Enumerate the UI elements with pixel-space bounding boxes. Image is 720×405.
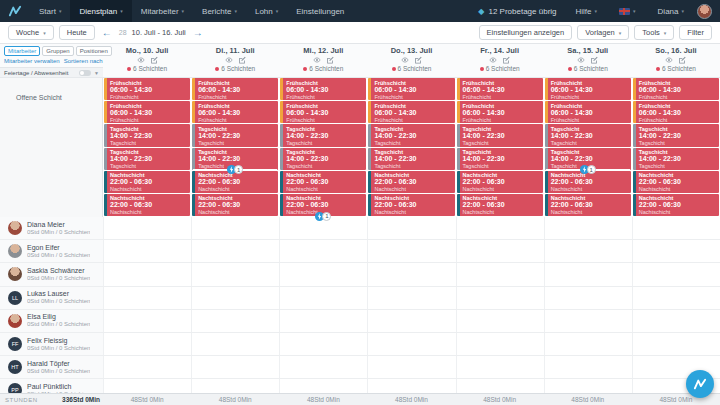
employee-day-cell[interactable] [544, 379, 632, 393]
employee-day-cell[interactable] [191, 379, 279, 393]
shift-card-tag[interactable]: Tagschicht14:00 - 22:30Tagschicht [280, 124, 366, 146]
day-label[interactable]: So., 16. Juli [632, 46, 720, 55]
einstellungen-anzeigen-button[interactable]: Einstellungen anzeigen [479, 25, 573, 40]
shift-card-frueh[interactable]: Frühschicht06:00 - 14:30Frühschicht [545, 101, 631, 123]
shift-card-tag[interactable]: Tagschicht14:00 - 22:30Tagschicht [368, 124, 454, 146]
shift-indicator-count-badge[interactable]: 1 [234, 165, 243, 174]
prev-week-arrow[interactable]: ← [100, 27, 114, 38]
employee-row[interactable]: Elsa Eilig0Std 0Min / 0 Schichten [0, 310, 720, 333]
employee-day-cell[interactable] [279, 240, 367, 262]
employee-day-cell[interactable] [279, 310, 367, 332]
edit-icon[interactable] [502, 56, 510, 64]
employee-day-cell[interactable] [103, 263, 191, 285]
next-week-arrow[interactable]: → [191, 27, 205, 38]
employee-day-cell[interactable] [632, 333, 720, 355]
eye-icon[interactable] [665, 56, 673, 64]
day-label[interactable]: Sa., 15. Juli [544, 46, 632, 55]
employee-day-cell[interactable] [632, 287, 720, 309]
user-avatar[interactable] [697, 4, 712, 19]
employee-day-cell[interactable] [103, 356, 191, 378]
shift-card-nacht[interactable]: Nachtschicht22:00 - 06:30Nachtschicht [104, 171, 190, 193]
employee-day-cell[interactable] [632, 310, 720, 332]
tools-button[interactable]: Tools▾ [634, 25, 674, 40]
shift-card-frueh[interactable]: Frühschicht06:00 - 14:30Frühschicht [192, 78, 278, 100]
shift-card-frueh[interactable]: Frühschicht06:00 - 14:30Frühschicht [457, 78, 543, 100]
shift-card-nacht[interactable]: Nachtschicht22:00 - 06:30Nachtschicht [368, 171, 454, 193]
today-button[interactable]: Heute [59, 25, 95, 40]
eye-icon[interactable] [401, 56, 409, 64]
employee-day-cell[interactable] [191, 356, 279, 378]
shift-card-frueh[interactable]: Frühschicht06:00 - 14:30Frühschicht [368, 78, 454, 100]
employee-day-cell[interactable] [544, 356, 632, 378]
shift-indicator-count-badge[interactable]: 1 [587, 165, 596, 174]
employee-day-cell[interactable] [279, 356, 367, 378]
employee-day-cell[interactable] [456, 356, 544, 378]
day-label[interactable]: Do., 13. Juli [367, 46, 455, 55]
sort-by-link[interactable]: Sortieren nach [64, 58, 103, 64]
user-menu[interactable]: Diana ▾ [649, 0, 693, 22]
holidays-toggle[interactable] [79, 70, 91, 76]
eye-icon[interactable] [225, 56, 233, 64]
edit-icon[interactable] [678, 56, 686, 64]
employee-day-cell[interactable] [367, 287, 455, 309]
shift-card-nacht[interactable]: Nachtschicht22:00 - 06:30Nachtschicht [545, 194, 631, 216]
tab-gruppen[interactable]: Gruppen [42, 46, 73, 56]
nav-item-dienstplan[interactable]: Dienstplan▾ [70, 0, 131, 22]
shift-card-tag[interactable]: Tagschicht14:00 - 22:30Tagschicht [633, 124, 719, 146]
employee-day-cell[interactable] [632, 217, 720, 239]
employee-day-cell[interactable] [103, 310, 191, 332]
nav-item-mitarbeiter[interactable]: Mitarbeiter▾ [132, 0, 193, 22]
shift-card-tag[interactable]: Tagschicht14:00 - 22:30Tagschicht [192, 124, 278, 146]
employee-day-cell[interactable] [544, 263, 632, 285]
employee-day-cell[interactable] [103, 379, 191, 393]
employee-day-cell[interactable] [456, 310, 544, 332]
nav-item-lohn[interactable]: Lohn▾ [246, 0, 287, 22]
employee-day-cell[interactable] [367, 379, 455, 393]
employee-day-cell[interactable] [103, 287, 191, 309]
shift-card-tag[interactable]: Tagschicht14:00 - 22:30Tagschicht [104, 148, 190, 170]
employee-row[interactable]: Saskia Schwänzer0Std 0Min / 0 Schichten [0, 263, 720, 286]
brand-logo[interactable] [0, 5, 30, 17]
shift-card-frueh[interactable]: Frühschicht06:00 - 14:30Frühschicht [368, 101, 454, 123]
edit-icon[interactable] [150, 56, 158, 64]
shift-card-nacht[interactable]: Nachtschicht22:00 - 06:30Nachtschicht [633, 171, 719, 193]
employee-day-cell[interactable] [191, 310, 279, 332]
employee-day-cell[interactable] [544, 310, 632, 332]
language-menu[interactable]: ▾ [610, 0, 645, 22]
employee-day-cell[interactable] [367, 356, 455, 378]
employee-day-cell[interactable] [191, 333, 279, 355]
shift-card-tag[interactable]: Tagschicht14:00 - 22:30Tagschicht [104, 124, 190, 146]
employee-day-cell[interactable] [456, 240, 544, 262]
employee-day-cell[interactable] [544, 240, 632, 262]
employee-row[interactable]: HTHarald Töpfer0Std 0Min / 0 Schichten [0, 356, 720, 379]
edit-icon[interactable] [238, 56, 246, 64]
edit-icon[interactable] [326, 56, 334, 64]
shift-card-frueh[interactable]: Frühschicht06:00 - 14:30Frühschicht [633, 78, 719, 100]
shift-card-nacht[interactable]: Nachtschicht22:00 - 06:30Nachtschicht [368, 194, 454, 216]
help-menu[interactable]: Hilfe ▾ [567, 0, 607, 22]
shift-card-tag[interactable]: Tagschicht14:00 - 22:30Tagschicht [545, 124, 631, 146]
employee-day-cell[interactable] [103, 217, 191, 239]
employee-day-cell[interactable] [544, 217, 632, 239]
eye-icon[interactable] [577, 56, 585, 64]
employee-day-cell[interactable] [456, 379, 544, 393]
day-label[interactable]: Fr., 14. Juli [456, 46, 544, 55]
tab-positionen[interactable]: Positionen [76, 46, 112, 56]
employee-day-cell[interactable] [367, 333, 455, 355]
shift-card-nacht[interactable]: Nachtschicht22:00 - 06:30Nachtschicht [192, 194, 278, 216]
shift-card-frueh[interactable]: Frühschicht06:00 - 14:30Frühschicht [104, 78, 190, 100]
employee-day-cell[interactable] [279, 333, 367, 355]
shift-card-frueh[interactable]: Frühschicht06:00 - 14:30Frühschicht [280, 78, 366, 100]
day-label[interactable]: Mi., 12. Juli [279, 46, 367, 55]
shift-card-nacht[interactable]: Nachtschicht22:00 - 06:30Nachtschicht [457, 194, 543, 216]
shift-card-frueh[interactable]: Frühschicht06:00 - 14:30Frühschicht [192, 101, 278, 123]
shift-card-nacht[interactable]: Nachtschicht22:00 - 06:30Nachtschicht [280, 171, 366, 193]
eye-icon[interactable] [489, 56, 497, 64]
employee-day-cell[interactable] [103, 333, 191, 355]
employee-day-cell[interactable] [367, 310, 455, 332]
shift-card-tag[interactable]: Tagschicht14:00 - 22:30Tagschicht [633, 148, 719, 170]
employee-row[interactable]: Diana Meier0Std 0Min / 0 Schichten [0, 217, 720, 240]
day-label[interactable]: Mo., 10. Juli [103, 46, 191, 55]
eye-icon[interactable] [137, 56, 145, 64]
date-range-picker[interactable]: 10. Juli - 16. Juli [132, 28, 186, 37]
